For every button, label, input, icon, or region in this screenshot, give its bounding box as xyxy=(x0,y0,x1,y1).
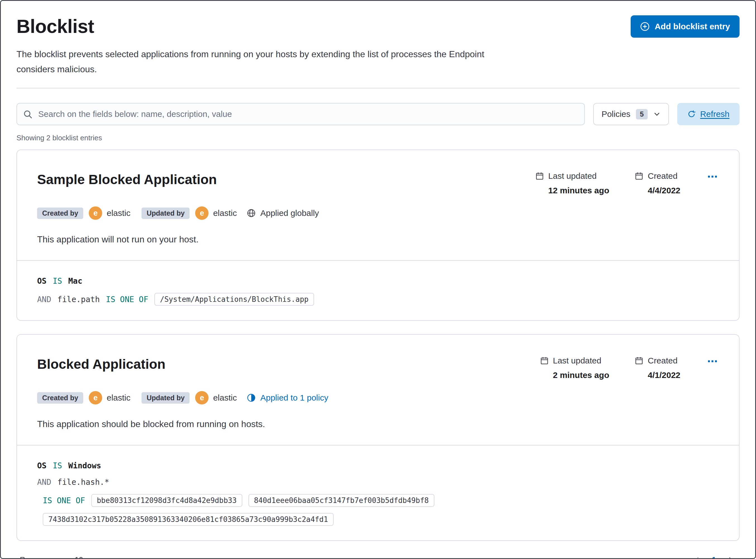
criteria-value: 7438d3102c317b05228a350891363340206e81cf… xyxy=(43,513,333,526)
entry-attribution: Created by e elastic Updated by e elasti… xyxy=(37,391,719,404)
updated-by-badge: Updated by xyxy=(142,207,190,219)
created-label: Created xyxy=(648,356,681,365)
created-meta: Created 4/4/2022 xyxy=(635,171,681,195)
boxes-horizontal-icon xyxy=(708,357,717,366)
criteria-os-value: Windows xyxy=(68,461,101,470)
entry-title: Sample Blocked Application xyxy=(37,171,536,188)
criteria-os-field: OS xyxy=(37,276,47,286)
rows-per-page-button[interactable]: Rows per page: 10 xyxy=(20,556,94,559)
criteria-operator: IS ONE OF xyxy=(43,496,85,505)
applied-scope-label: Applied globally xyxy=(260,208,319,218)
page-header: Blocklist Add blocklist entry xyxy=(17,15,739,38)
created-by-user: elastic xyxy=(107,393,130,403)
entry-actions-menu-button[interactable] xyxy=(706,170,719,185)
blocklist-entry-card: Sample Blocked Application Last updated … xyxy=(17,150,739,321)
policies-count-badge: 5 xyxy=(636,109,648,119)
last-updated-value: 12 minutes ago xyxy=(548,186,609,195)
criteria-conjunction: AND xyxy=(37,295,51,304)
toolbar: Policies 5 Refresh xyxy=(17,103,739,125)
created-by-avatar: e xyxy=(89,391,102,404)
updated-by-avatar: e xyxy=(195,391,209,404)
refresh-icon xyxy=(687,110,696,118)
header-divider xyxy=(17,88,739,88)
entry-header: Sample Blocked Application Last updated … xyxy=(17,150,739,260)
results-count: Showing 2 blocklist entries xyxy=(17,134,739,142)
criteria-os-field: OS xyxy=(37,461,47,470)
chevron-right-icon xyxy=(727,556,735,559)
last-updated-label: Last updated xyxy=(548,171,609,181)
blocklist-entry-card: Blocked Application Last updated 2 minut… xyxy=(17,334,739,541)
criteria-value: bbe80313cf12098d3fc4d8a42e9dbb33 xyxy=(91,494,242,507)
calendar-icon xyxy=(635,357,643,365)
entry-attribution: Created by e elastic Updated by e elasti… xyxy=(37,206,719,220)
criteria-value: /System/Applications/BlockThis.app xyxy=(154,293,314,306)
entry-header: Blocked Application Last updated 2 minut… xyxy=(17,335,739,445)
app-window: Blocklist Add blocklist entry The blockl… xyxy=(0,0,756,559)
blocklist-page: Blocklist Add blocklist entry The blockl… xyxy=(1,1,755,558)
criteria-os-line: OS IS Windows xyxy=(37,461,719,470)
search-icon xyxy=(23,110,33,119)
calendar-icon xyxy=(540,357,548,365)
created-by-avatar: e xyxy=(89,206,102,220)
updated-by-avatar: e xyxy=(195,206,209,220)
refresh-button[interactable]: Refresh xyxy=(677,103,739,125)
add-blocklist-entry-button[interactable]: Add blocklist entry xyxy=(631,15,739,38)
calendar-icon xyxy=(635,172,643,180)
last-updated-meta: Last updated 2 minutes ago xyxy=(540,356,609,380)
applied-policy-label: Applied to 1 policy xyxy=(260,393,328,403)
updated-by-user: elastic xyxy=(213,208,237,218)
created-value: 4/4/2022 xyxy=(648,186,681,195)
rows-per-page-label: Rows per page: 10 xyxy=(20,556,83,559)
applied-scope: Applied globally xyxy=(247,208,319,218)
last-updated-label: Last updated xyxy=(553,356,609,365)
page-description: The blocklist prevents selected applicat… xyxy=(17,47,502,77)
criteria-os-value: Mac xyxy=(68,276,82,286)
entry-criteria: OS IS Windows AND file.hash.* IS ONE OF … xyxy=(17,445,739,540)
updated-by-badge: Updated by xyxy=(142,392,190,404)
search-box xyxy=(17,103,585,125)
calendar-icon xyxy=(536,172,544,180)
created-label: Created xyxy=(648,171,681,181)
chevron-down-icon xyxy=(653,110,661,118)
criteria-os-operator: IS xyxy=(53,276,62,286)
add-blocklist-entry-label: Add blocklist entry xyxy=(655,22,730,31)
table-footer: Rows per page: 10 1 xyxy=(17,554,739,559)
entry-dates: Last updated 12 minutes ago Created 4/4/… xyxy=(536,171,681,195)
policies-filter-button[interactable]: Policies 5 xyxy=(593,103,669,125)
criteria-os-line: OS IS Mac xyxy=(37,276,719,286)
pagination: 1 xyxy=(692,554,736,559)
chevron-left-icon xyxy=(693,556,701,559)
previous-page-button[interactable] xyxy=(692,554,703,559)
search-input[interactable] xyxy=(17,103,585,125)
chevron-down-icon xyxy=(87,557,94,559)
policies-filter-label: Policies xyxy=(602,109,630,119)
criteria-field: file.path xyxy=(58,295,100,304)
criteria-condition-line: AND file.path IS ONE OF /System/Applicat… xyxy=(37,293,719,306)
partial-circle-icon xyxy=(247,393,256,402)
refresh-label: Refresh xyxy=(700,109,730,119)
applied-policy-link[interactable]: Applied to 1 policy xyxy=(247,393,328,403)
entry-description: This application should be blocked from … xyxy=(37,419,719,429)
last-updated-value: 2 minutes ago xyxy=(553,371,609,380)
updated-by-user: elastic xyxy=(213,393,237,403)
criteria-conjunction: AND xyxy=(37,477,51,487)
entry-description: This application will not run on your ho… xyxy=(37,234,719,245)
page-title: Blocklist xyxy=(17,15,94,37)
entry-criteria: OS IS Mac AND file.path IS ONE OF /Syste… xyxy=(17,260,739,320)
criteria-field-line: AND file.hash.* xyxy=(37,477,719,487)
created-by-user: elastic xyxy=(107,208,130,218)
last-updated-meta: Last updated 12 minutes ago xyxy=(536,171,609,195)
entry-actions-menu-button[interactable] xyxy=(706,355,719,370)
created-by-badge: Created by xyxy=(37,392,83,404)
page-1-button[interactable]: 1 xyxy=(712,555,716,559)
criteria-operator: IS ONE OF xyxy=(106,295,148,304)
created-by-badge: Created by xyxy=(37,207,83,219)
plus-in-circle-icon xyxy=(640,22,650,31)
created-meta: Created 4/1/2022 xyxy=(635,356,681,380)
criteria-os-operator: IS xyxy=(53,461,62,470)
criteria-value: 840d1eee06baa05cf3147fb7ef003b5dfdb49bf8 xyxy=(249,494,434,507)
created-value: 4/1/2022 xyxy=(648,371,681,380)
criteria-field: file.hash.* xyxy=(58,477,109,487)
next-page-button[interactable] xyxy=(725,554,736,559)
criteria-values-line: IS ONE OF bbe80313cf12098d3fc4d8a42e9dbb… xyxy=(43,494,719,526)
